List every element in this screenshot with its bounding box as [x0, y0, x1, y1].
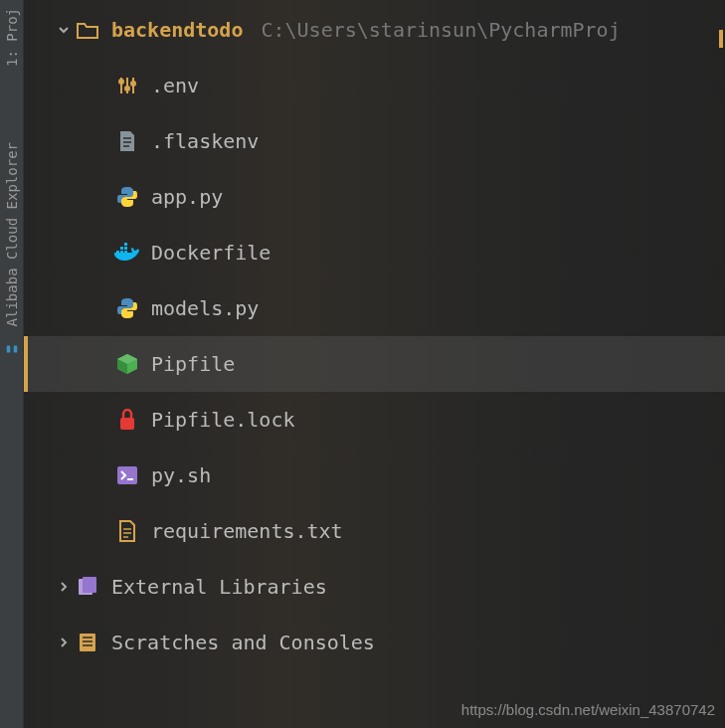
svg-rect-0	[6, 346, 10, 353]
doc-icon	[113, 517, 141, 545]
docker-icon	[113, 239, 141, 267]
svg-point-6	[125, 87, 129, 91]
scratches-icon	[74, 629, 101, 656]
svg-rect-24	[83, 577, 96, 593]
svg-rect-1	[13, 346, 17, 353]
package-icon	[113, 350, 141, 378]
folder-row-backendtodo[interactable]: backendtodo C:\Users\starinsun\PycharmPr…	[24, 2, 725, 58]
scratches-row[interactable]: Scratches and Consoles	[24, 615, 725, 670]
file-row-pipfile-lock[interactable]: Pipfile.lock	[24, 392, 725, 448]
svg-point-7	[131, 82, 135, 86]
scratches-label: Scratches and Consoles	[111, 631, 375, 654]
libraries-icon	[74, 573, 101, 601]
file-row-py-sh[interactable]: py.sh	[24, 448, 725, 503]
file-row-flaskenv[interactable]: .flaskenv	[24, 113, 725, 169]
watermark: https://blog.csdn.net/weixin_43870742	[461, 701, 715, 718]
file-label: requirements.txt	[151, 519, 343, 543]
chevron-right-icon	[54, 581, 74, 593]
svg-rect-14	[120, 247, 123, 250]
file-row-dockerfile[interactable]: Dockerfile	[24, 225, 725, 280]
file-row-pipfile[interactable]: Pipfile	[24, 336, 725, 392]
folder-icon	[74, 16, 101, 44]
svg-rect-25	[80, 634, 95, 651]
file-label: .flaskenv	[151, 129, 259, 153]
sliders-icon	[113, 72, 141, 99]
lock-icon	[113, 406, 141, 434]
external-libraries-label: External Libraries	[111, 575, 327, 599]
file-row-env[interactable]: .env	[24, 58, 725, 113]
file-row-requirements[interactable]: requirements.txt	[24, 503, 725, 559]
file-label: Dockerfile	[151, 241, 271, 265]
cloud-icon	[5, 342, 19, 356]
file-row-models-py[interactable]: models.py	[24, 280, 725, 336]
alibaba-cloud-tab[interactable]: Alibaba Cloud Explorer	[2, 134, 22, 334]
svg-rect-16	[124, 243, 127, 246]
folder-name: backendtodo	[111, 18, 243, 42]
file-text-icon	[113, 127, 141, 155]
svg-rect-15	[124, 247, 127, 250]
file-label: .env	[151, 74, 199, 97]
svg-point-5	[119, 80, 123, 84]
file-label: py.sh	[151, 463, 211, 487]
file-label: models.py	[151, 296, 259, 320]
chevron-right-icon	[54, 637, 74, 648]
python-icon	[113, 294, 141, 322]
python-icon	[113, 183, 141, 211]
folder-path: C:\Users\starinsun\PycharmProj	[261, 18, 620, 42]
chevron-down-icon	[54, 24, 74, 36]
shell-icon	[113, 461, 141, 489]
tool-window-bar: 1: Proj Alibaba Cloud Explorer	[0, 0, 24, 728]
file-label: app.py	[151, 185, 223, 209]
file-label: Pipfile	[151, 352, 235, 376]
project-tree: backendtodo C:\Users\starinsun\PycharmPr…	[24, 0, 725, 728]
file-label: Pipfile.lock	[151, 408, 295, 432]
project-tool-tab[interactable]: 1: Proj	[2, 0, 22, 75]
svg-rect-17	[120, 418, 134, 430]
external-libraries-row[interactable]: External Libraries	[24, 559, 725, 615]
svg-rect-18	[117, 466, 137, 484]
file-row-app-py[interactable]: app.py	[24, 169, 725, 225]
